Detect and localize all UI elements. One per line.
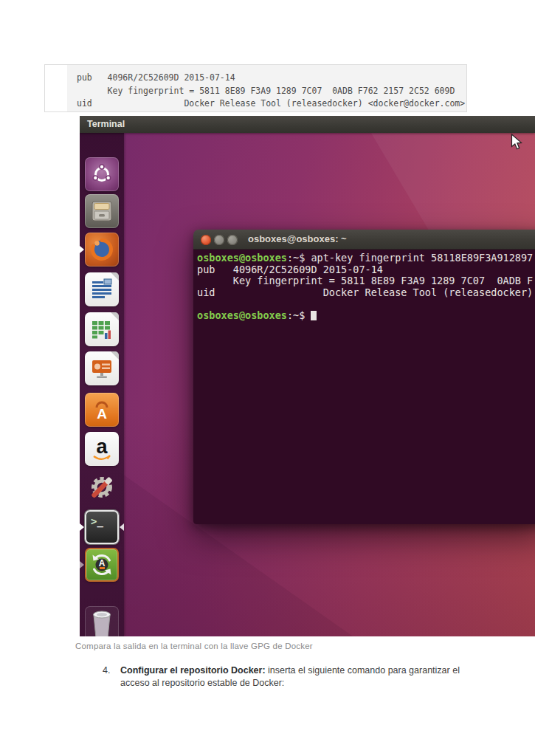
- codeblock-content: pub 4096R/2C52609D 2015-07-14 Key finger…: [67, 65, 466, 111]
- terminal-window-title: osboxes@osboxes: ~: [248, 230, 347, 249]
- gear-wrench-icon: [88, 473, 116, 501]
- terminal-output-line: uid Docker Release Tool (releasedocker): [197, 287, 535, 299]
- libreoffice-writer-icon: [91, 278, 113, 301]
- list-item-4: 4. Configurar el repositorio Docker: ins…: [103, 664, 458, 689]
- folded-corner: [111, 351, 119, 360]
- launcher-item-software-updater[interactable]: A: [85, 548, 119, 582]
- running-indicator-terminal: [80, 523, 84, 531]
- terminal-blank-line: [197, 298, 535, 310]
- amazon-letter: a: [96, 439, 107, 455]
- step-title: Configurar el repositorio Docker:: [120, 665, 266, 676]
- software-center-letter: A: [97, 408, 107, 421]
- launcher-item-firefox[interactable]: [85, 233, 119, 267]
- gpg-output-codeblock: pub 4096R/2C52609D 2015-07-14 Key finger…: [44, 64, 467, 112]
- code-line: pub 4096R/2C52609D 2015-07-14: [77, 72, 466, 85]
- prompt-path: ~: [293, 309, 299, 321]
- typed-command: apt-key fingerprint 58118E89F3A912897: [311, 252, 533, 264]
- terminal-window: osboxes@osboxes: ~ osboxes@osboxes:~$ ap…: [193, 230, 535, 524]
- terminal-output-line: pub 4096R/2C52609D 2015-07-14: [197, 264, 535, 276]
- running-indicator-firefox: [80, 246, 84, 253]
- list-item-number: 4.: [103, 664, 110, 677]
- software-updater-icon: A: [89, 552, 114, 577]
- terminal-icon: >_: [91, 515, 103, 527]
- launcher-item-amazon[interactable]: a: [85, 432, 119, 466]
- launcher-item-libreoffice-writer[interactable]: [85, 272, 119, 306]
- terminal-underscore-glyph: _: [97, 515, 103, 527]
- ubuntu-desktop-screenshot: Terminal: [80, 116, 535, 636]
- launcher-item-system-settings[interactable]: [85, 470, 119, 504]
- codeblock-gutter: [45, 65, 67, 111]
- terminal-body[interactable]: osboxes@osboxes:~$ apt-key fingerprint 5…: [193, 250, 535, 524]
- figure-caption: Compara la salida en la terminal con la …: [75, 642, 313, 650]
- launcher-item-dash-home[interactable]: [85, 157, 119, 191]
- code-line: Key fingerprint = 5811 8E89 F3A9 1289 7C…: [77, 85, 466, 98]
- global-menubar: Terminal: [80, 116, 535, 133]
- prompt-user-host: osboxes@osboxes: [197, 252, 287, 264]
- terminal-line: osboxes@osboxes:~$ apt-key fingerprint 5…: [197, 252, 535, 264]
- terminal-line: osboxes@osboxes:~$: [197, 310, 535, 322]
- window-minimize-button[interactable]: [214, 235, 224, 245]
- indicator-software-updater: [80, 561, 84, 568]
- launcher-item-files[interactable]: [85, 194, 119, 228]
- prompt-dollar: $: [299, 309, 311, 321]
- launcher-item-libreoffice-calc[interactable]: [85, 312, 119, 346]
- libreoffice-impress-icon: [91, 357, 113, 379]
- firefox-icon: [89, 237, 114, 262]
- libreoffice-calc-icon: [91, 318, 113, 340]
- prompt-separator: :: [287, 309, 293, 321]
- prompt-dollar: $: [299, 252, 311, 264]
- folded-corner: [111, 312, 119, 320]
- menubar-app-title: Terminal: [87, 119, 125, 129]
- folded-corner: [111, 272, 119, 281]
- prompt-path: ~: [293, 252, 299, 264]
- launcher-item-terminal[interactable]: >_: [85, 510, 119, 544]
- prompt-separator: :: [287, 252, 293, 264]
- launcher-item-libreoffice-impress[interactable]: [85, 351, 119, 385]
- code-line: uid Docker Release Tool (releasedocker) …: [77, 97, 466, 111]
- terminal-output-line: Key fingerprint = 5811 8E89 F3A9 1289 7C…: [197, 275, 535, 287]
- prompt-user-host: osboxes@osboxes: [197, 309, 287, 321]
- amazon-smile-icon: [92, 455, 111, 462]
- trash-can-icon: [89, 608, 115, 636]
- window-maximize-button[interactable]: [227, 235, 238, 245]
- focused-indicator-terminal: [120, 523, 124, 531]
- launcher-item-ubuntu-software-center[interactable]: A: [85, 393, 119, 427]
- terminal-text-cursor: [311, 311, 317, 320]
- list-item-text: Configurar el repositorio Docker: insert…: [120, 664, 467, 689]
- file-cabinet-icon: [90, 199, 114, 223]
- updater-dash: [100, 567, 105, 569]
- ubuntu-logo-icon: [92, 164, 112, 185]
- terminal-titlebar[interactable]: osboxes@osboxes: ~: [193, 230, 535, 250]
- unity-launcher: A a >_: [80, 133, 124, 636]
- window-close-button[interactable]: [201, 235, 211, 245]
- launcher-item-trash[interactable]: [85, 606, 119, 636]
- mouse-cursor: [511, 134, 523, 154]
